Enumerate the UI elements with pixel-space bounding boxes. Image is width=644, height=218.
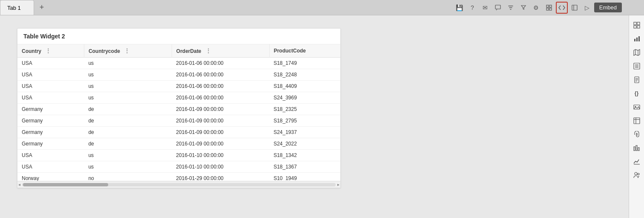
table-body: USAus2016-01-06 00:00:00S18_1749USAus201…: [17, 58, 340, 181]
data-table: Country ⋮ Countrycode ⋮ OrderDate ⋮ Prod…: [17, 44, 340, 181]
svg-rect-7: [637, 22, 640, 25]
cell-orderdate: 2016-01-29 00:00:00: [172, 173, 269, 181]
cell-productcode: S18_1367: [269, 161, 340, 173]
table-scroll-wrapper[interactable]: Country ⋮ Countrycode ⋮ OrderDate ⋮ Prod…: [17, 44, 340, 181]
cell-productcode: S18_2325: [269, 104, 340, 115]
svg-rect-29: [634, 147, 635, 151]
grid-icon[interactable]: [543, 2, 555, 14]
cell-countrycode: de: [84, 127, 172, 138]
funnel-icon[interactable]: [518, 2, 529, 14]
cell-orderdate: 2016-01-10 00:00:00: [172, 161, 269, 173]
cell-countrycode: us: [84, 150, 172, 161]
cell-countrycode: de: [84, 138, 172, 150]
sidebar-doc-icon[interactable]: [630, 73, 643, 86]
svg-rect-1: [546, 5, 549, 7]
svg-rect-30: [636, 145, 637, 151]
cell-productcode: S24_2022: [269, 138, 340, 150]
sidebar-map-icon[interactable]: [630, 46, 643, 59]
filter-icon[interactable]: [505, 2, 517, 14]
col-countrycode: Countrycode ⋮: [84, 44, 172, 58]
comment-icon[interactable]: [492, 2, 504, 14]
top-bar: Tab 1 + 💾 ? ✉ ⚙ ▷ Embed: [0, 0, 644, 15]
cell-countrycode: us: [84, 161, 172, 173]
table-bottom-scroll: ◂ ▸: [17, 181, 340, 188]
cell-productcode: S24_3969: [269, 92, 340, 104]
cell-country: USA: [17, 161, 84, 173]
embed-code-icon[interactable]: [556, 2, 568, 14]
table-row: USAus2016-01-06 00:00:00S24_3969: [17, 92, 340, 104]
main-layout: Table Widget 2 Country ⋮ Countrycode ⋮: [0, 15, 644, 218]
cell-country: USA: [17, 69, 84, 81]
window-icon[interactable]: [569, 2, 581, 14]
table-row: Germanyde2016-01-09 00:00:00S18_2795: [17, 115, 340, 127]
cell-productcode: S18_1749: [269, 58, 340, 69]
scroll-left-icon[interactable]: ◂: [18, 182, 20, 187]
cell-countrycode: de: [84, 115, 172, 127]
table-row: USAus2016-01-10 00:00:00S18_1342: [17, 150, 340, 161]
cell-country: Norway: [17, 173, 84, 181]
table-row: USAus2016-01-06 00:00:00S18_1749: [17, 58, 340, 69]
cell-orderdate: 2016-01-06 00:00:00: [172, 81, 269, 92]
table-row: USAus2016-01-06 00:00:00S18_4409: [17, 81, 340, 92]
cell-orderdate: 2016-01-06 00:00:00: [172, 92, 269, 104]
cell-orderdate: 2016-01-09 00:00:00: [172, 138, 269, 150]
cell-orderdate: 2016-01-06 00:00:00: [172, 69, 269, 81]
sidebar-chart-icon[interactable]: [630, 32, 643, 45]
table-container: Country ⋮ Countrycode ⋮ OrderDate ⋮ Prod…: [17, 44, 340, 188]
col-orderdate-menu[interactable]: ⋮: [205, 47, 211, 54]
cell-country: USA: [17, 150, 84, 161]
svg-point-34: [638, 173, 639, 175]
cell-productcode: S18_1342: [269, 150, 340, 161]
sidebar-code-icon[interactable]: {}: [630, 87, 643, 100]
table-row: Germanyde2016-01-09 00:00:00S24_2022: [17, 138, 340, 150]
col-country-menu[interactable]: ⋮: [45, 47, 51, 54]
cell-countrycode: us: [84, 92, 172, 104]
settings-icon[interactable]: ⚙: [530, 2, 542, 14]
svg-rect-31: [638, 148, 639, 151]
table-widget-2: Table Widget 2 Country ⋮ Countrycode ⋮: [17, 28, 341, 188]
svg-rect-26: [634, 118, 640, 124]
sidebar-bar2-icon[interactable]: [630, 142, 643, 154]
table-row: Germanyde2016-01-09 00:00:00S24_1937: [17, 127, 340, 138]
mail-icon[interactable]: ✉: [479, 2, 491, 14]
cell-productcode: S18_4409: [269, 81, 340, 92]
table-row: USAus2016-01-06 00:00:00S18_2248: [17, 69, 340, 81]
horizontal-scrollbar[interactable]: [22, 183, 336, 186]
svg-rect-6: [634, 22, 636, 25]
add-tab-button[interactable]: +: [36, 2, 48, 14]
cell-orderdate: 2016-01-10 00:00:00: [172, 150, 269, 161]
tab-1[interactable]: Tab 1: [0, 0, 34, 15]
svg-rect-8: [634, 26, 636, 28]
toolbar-icons: 💾 ? ✉ ⚙ ▷ Embed: [454, 2, 644, 14]
svg-marker-13: [634, 49, 640, 55]
sidebar-line-icon[interactable]: [630, 155, 643, 168]
save-icon[interactable]: 💾: [454, 2, 466, 14]
sidebar-image-icon[interactable]: [630, 101, 643, 113]
cell-productcode: S24_1937: [269, 127, 340, 138]
cell-country: USA: [17, 58, 84, 69]
content-area: Table Widget 2 Country ⋮ Countrycode ⋮: [0, 15, 629, 218]
col-countrycode-menu[interactable]: ⋮: [124, 47, 130, 54]
scroll-right-icon[interactable]: ▸: [337, 182, 339, 187]
horizontal-scrollbar-thumb[interactable]: [23, 183, 108, 186]
sidebar-people-icon[interactable]: [630, 169, 643, 182]
svg-rect-5: [572, 5, 577, 10]
arrow-right-icon[interactable]: ▷: [581, 2, 593, 14]
svg-rect-3: [546, 8, 549, 10]
embed-button[interactable]: Embed: [594, 3, 622, 12]
cell-orderdate: 2016-01-09 00:00:00: [172, 104, 269, 115]
cell-country: USA: [17, 92, 84, 104]
col-orderdate: OrderDate ⋮: [172, 44, 269, 58]
sidebar-widget-icon[interactable]: [630, 19, 643, 32]
sidebar-attachment-icon[interactable]: [630, 128, 643, 141]
sidebar-table-icon[interactable]: [630, 114, 643, 127]
help-icon[interactable]: ?: [466, 2, 478, 14]
svg-rect-11: [636, 38, 638, 41]
cell-productcode: S18_2248: [269, 69, 340, 81]
cell-orderdate: 2016-01-06 00:00:00: [172, 58, 269, 69]
table-header-row: Country ⋮ Countrycode ⋮ OrderDate ⋮ Prod…: [17, 44, 340, 58]
table-row: USAus2016-01-10 00:00:00S18_1367: [17, 161, 340, 173]
sidebar-list-icon[interactable]: [630, 60, 643, 73]
cell-country: Germany: [17, 104, 84, 115]
col-country: Country ⋮: [17, 44, 84, 58]
